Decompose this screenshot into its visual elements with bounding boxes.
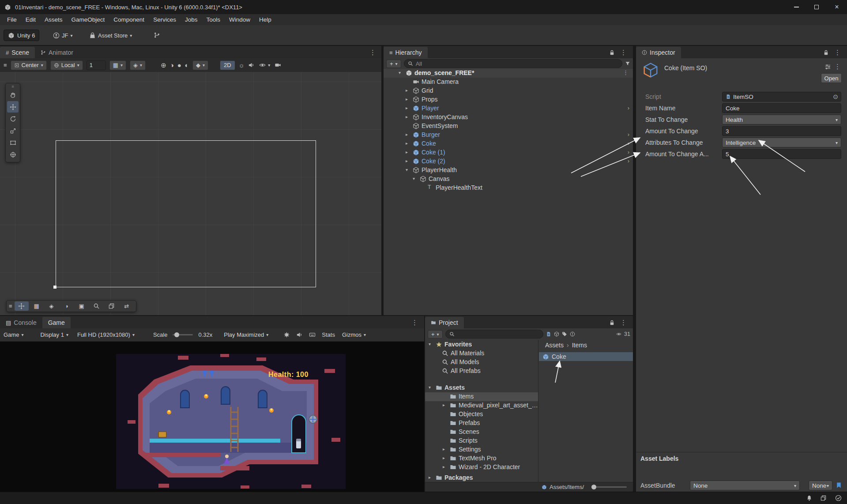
- hierarchy-item-eventsystem[interactable]: EventSystem: [384, 122, 633, 131]
- game-viewport[interactable]: Health: 100: [0, 342, 424, 492]
- menu-component[interactable]: Component: [109, 16, 149, 23]
- hidden-count-eye-icon[interactable]: [616, 331, 621, 337]
- breadcrumb-items[interactable]: Items: [572, 342, 587, 349]
- rotate-tool-button[interactable]: [7, 113, 19, 124]
- amount-to-change-attr-field[interactable]: 5: [722, 149, 841, 159]
- folder-textmesh-pro[interactable]: ▸ TextMesh Pro: [425, 454, 538, 463]
- expander-icon[interactable]: ▸: [406, 97, 408, 102]
- effects-dropdown[interactable]: ◆▾: [192, 60, 208, 70]
- prefab-open-chevron-icon[interactable]: ›: [628, 149, 629, 155]
- grid-snap-dropdown[interactable]: ▦▾: [109, 60, 126, 70]
- overlay-layers-button[interactable]: [105, 301, 119, 311]
- project-search-input[interactable]: [445, 330, 543, 339]
- hierarchy-item-playerhealth[interactable]: ▾ PlayerHealth: [384, 166, 633, 175]
- search-filter-icon[interactable]: [625, 61, 630, 66]
- expander-icon[interactable]: ▸: [406, 141, 408, 146]
- hierarchy-menu-icon[interactable]: ⋮: [620, 49, 627, 56]
- hierarchy-item-grid[interactable]: ▸ Grid: [384, 87, 633, 95]
- camera-overlay-icon[interactable]: [275, 62, 281, 68]
- scale-slider-knob[interactable]: [174, 332, 179, 337]
- overlay-search-button[interactable]: [90, 301, 104, 311]
- presets-icon[interactable]: [824, 64, 831, 70]
- scene-selection-handle[interactable]: [53, 286, 56, 289]
- lock-icon[interactable]: [609, 49, 615, 56]
- tab-game[interactable]: Game: [42, 317, 71, 328]
- menu-help[interactable]: Help: [255, 16, 276, 23]
- packages-root[interactable]: ▸ Packages: [425, 474, 538, 482]
- folder-prefabs[interactable]: Prefabs: [425, 419, 538, 428]
- hierarchy-item-props[interactable]: ▸ Props: [384, 95, 633, 104]
- restore-button[interactable]: [806, 0, 827, 14]
- activity-icon[interactable]: [820, 495, 827, 501]
- expander-icon[interactable]: ▾: [413, 176, 415, 181]
- favorites-root[interactable]: ▾ Favorites: [425, 340, 538, 349]
- tab-scene[interactable]: # Scene: [0, 47, 35, 58]
- visibility-dropdown[interactable]: ▾: [258, 60, 271, 70]
- favorite-all-materials[interactable]: All Materials: [425, 349, 538, 358]
- menu-file[interactable]: File: [3, 16, 21, 23]
- prefab-open-chevron-icon[interactable]: ›: [628, 131, 629, 138]
- pivot-dropdown[interactable]: Center▾: [11, 60, 47, 70]
- expander-icon[interactable]: ▾: [406, 167, 408, 172]
- 2d-toggle[interactable]: 2D: [220, 60, 235, 70]
- solid-sphere-icon[interactable]: ●: [177, 62, 181, 68]
- open-button[interactable]: Open: [821, 73, 842, 83]
- expander-icon[interactable]: ▸: [406, 150, 408, 154]
- game-panel-menu-icon[interactable]: ⋮: [411, 319, 418, 326]
- grid-size-field[interactable]: 1: [87, 60, 106, 70]
- alert-icon[interactable]: [570, 331, 575, 337]
- expander-icon[interactable]: ▸: [406, 114, 408, 119]
- tab-animator[interactable]: Animator: [35, 47, 79, 58]
- audio-toggle-icon[interactable]: [248, 62, 255, 68]
- label-icon[interactable]: [562, 331, 567, 337]
- overlay-shuffle-button[interactable]: ⇄: [120, 301, 134, 311]
- gizmos-dropdown[interactable]: Gizmos▾: [339, 330, 369, 340]
- status-ok-icon[interactable]: [835, 495, 842, 501]
- expander-icon[interactable]: ▸: [406, 105, 408, 110]
- folder-settings[interactable]: ▸ Settings: [425, 445, 538, 454]
- expander-icon[interactable]: ▸: [406, 158, 408, 163]
- asset-label-tag-icon[interactable]: [836, 482, 842, 489]
- move-tool-button[interactable]: [7, 101, 19, 113]
- assetbundle-dropdown[interactable]: None ▾: [690, 481, 800, 490]
- expander-icon[interactable]: ▾: [399, 70, 401, 75]
- overlay-box-button[interactable]: ▣: [75, 301, 89, 311]
- overlay-snap-button[interactable]: ◈: [45, 301, 59, 311]
- search-by-type-icon[interactable]: [546, 331, 551, 337]
- game-target-dropdown[interactable]: Game▾: [1, 330, 26, 340]
- expander-icon[interactable]: ▾: [429, 342, 431, 346]
- shading-sphere-icon[interactable]: ◑: [170, 62, 174, 68]
- version-control-icon[interactable]: [154, 32, 160, 38]
- display-dropdown[interactable]: Display 1▾: [38, 330, 71, 340]
- create-dropdown[interactable]: +▾: [386, 60, 401, 68]
- folder-scripts[interactable]: Scripts: [425, 436, 538, 445]
- expander-icon[interactable]: ▸: [443, 447, 445, 451]
- lighting-toggle-icon[interactable]: ☼: [239, 62, 245, 68]
- menu-tools[interactable]: Tools: [202, 16, 225, 23]
- folder-items[interactable]: Items: [425, 392, 538, 401]
- expander-icon[interactable]: ▸: [443, 455, 445, 460]
- favorite-all-models[interactable]: All Models: [425, 358, 538, 367]
- folder-medieval[interactable]: ▸ Medieval_pixel_art_asset_FR: [425, 401, 538, 410]
- menu-gameobject[interactable]: GameObject: [67, 16, 109, 23]
- hierarchy-scene-row[interactable]: ▾ demo_scene_FREE* ⋮: [384, 69, 633, 78]
- prefab-open-chevron-icon[interactable]: ›: [628, 140, 629, 147]
- expander-icon[interactable]: ▸: [443, 402, 445, 407]
- package-icon[interactable]: [554, 331, 559, 337]
- palette-grip-icon[interactable]: ≡: [7, 85, 19, 89]
- script-field[interactable]: ItemSO ⊙: [722, 92, 841, 102]
- object-picker-icon[interactable]: ⊙: [833, 93, 838, 100]
- hierarchy-item-player[interactable]: ▸ Player ›: [384, 104, 633, 113]
- menu-services[interactable]: Services: [149, 16, 181, 23]
- tab-inspector[interactable]: Inspector: [636, 47, 681, 58]
- hierarchy-item-main-camera[interactable]: Main Camera: [384, 78, 633, 87]
- hierarchy-item-canvas[interactable]: ▾ Canvas: [384, 175, 633, 184]
- lock-icon[interactable]: [823, 49, 829, 56]
- hierarchy-item-coke[interactable]: ▸ Coke ›: [384, 139, 633, 148]
- wire-sphere-icon[interactable]: ◐: [185, 62, 189, 68]
- increment-snap-dropdown[interactable]: ◈▾: [130, 60, 146, 70]
- scene-row-menu-icon[interactable]: ⋮: [623, 70, 629, 75]
- gizmo-crosshair-icon[interactable]: ⊕: [161, 62, 166, 68]
- scene-viewport[interactable]: ≡ ≡ ▦ ◈ ◑ ▣ ⇄: [0, 72, 381, 315]
- scene-panel-menu-icon[interactable]: ⋮: [369, 49, 376, 56]
